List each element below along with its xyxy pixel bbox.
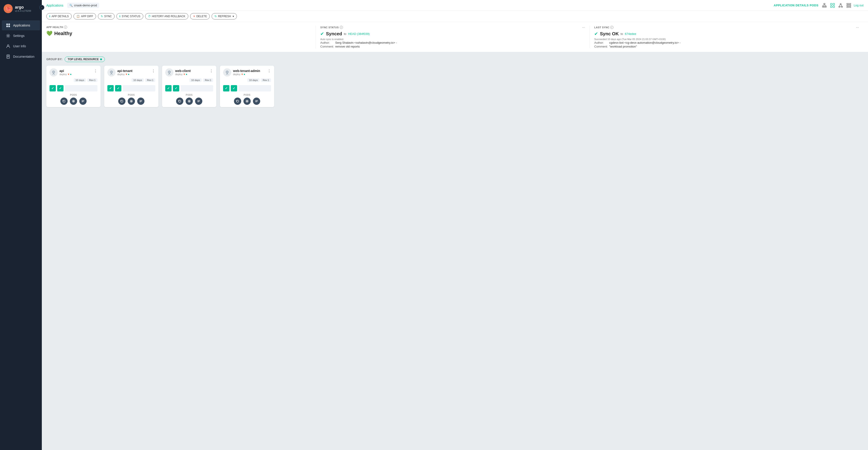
app-diff-button[interactable]: 📋 APP DIFF	[73, 13, 96, 20]
topbar-icons: Log out	[821, 2, 864, 8]
svg-point-30	[169, 72, 170, 73]
last-sync-more-button[interactable]: ···	[856, 26, 859, 29]
card-pods-label-web-tenant-admin: PODS	[223, 94, 271, 96]
last-sync-panel: LAST SYNC i ··· ✔ Sync OK to 674edee Suc…	[590, 26, 864, 48]
card-checks-web-tenant-admin: ✓ ✓	[220, 84, 274, 93]
app-details-button[interactable]: ℹ APP DETAILS	[46, 13, 72, 20]
pod-logs-button-web-tenant-admin[interactable]	[253, 97, 260, 105]
sidebar-item-user-info[interactable]: User Info	[2, 41, 40, 51]
card-header-left-web-tenant-admin: web-tenant-admin deploy ♥ ●	[223, 68, 260, 77]
svg-rect-19	[847, 5, 851, 6]
logo-version: v2.8.4+c279299	[15, 10, 31, 12]
card-tags-api-tenant: 10 days Rev:1	[104, 78, 158, 84]
view-network-icon[interactable]	[837, 2, 844, 8]
sidebar-item-documentation[interactable]: Documentation	[2, 52, 40, 62]
last-sync-description: Succeeded 10 days ago (Tue Mar 05 2024 2…	[594, 38, 859, 40]
svg-rect-28	[131, 101, 132, 102]
last-sync-commit-link[interactable]: 674edee	[625, 32, 636, 35]
pod-stop-button-api-tenant[interactable]	[128, 97, 135, 105]
pod-refresh-button-web-tenant-admin[interactable]	[234, 97, 241, 105]
logout-button[interactable]: Log out	[854, 4, 864, 7]
sync-status-icon: ℹ	[119, 15, 121, 18]
app-health-info-icon[interactable]: i	[64, 26, 67, 29]
group-by-dot-icon	[100, 58, 102, 60]
pod-stop-button-web-client[interactable]	[186, 97, 193, 105]
main-content: Applications 🔍 cnask-demo-prod APPLICATI…	[42, 0, 868, 450]
svg-rect-13	[831, 6, 832, 7]
sync-status-button[interactable]: ℹ SYNC STATUS	[116, 13, 143, 20]
view-tree-icon[interactable]	[821, 2, 828, 8]
last-sync-info-icon[interactable]: i	[610, 26, 614, 29]
settings-icon	[6, 33, 10, 38]
sync-status-row: ✔ Synced to HEAD (384f039)	[320, 31, 585, 36]
card-pods-actions-api-tenant	[107, 97, 155, 105]
svg-rect-18	[847, 3, 851, 4]
sync-head-link[interactable]: HEAD (384f039)	[348, 32, 370, 35]
svg-rect-14	[833, 6, 835, 7]
card-pods-label-web-client: PODS	[165, 94, 213, 96]
card-menu-button-web-tenant-admin[interactable]: ⋮	[268, 69, 271, 73]
logo-avatar: 🐙	[4, 4, 13, 13]
sidebar-collapse-button[interactable]: ‹	[39, 5, 44, 10]
svg-rect-6	[7, 55, 9, 58]
refresh-dropdown-icon: ▾	[232, 15, 234, 18]
svg-rect-9	[824, 6, 825, 7]
cards-grid: api deploy ♥ ● ⋮ 10 days Rev:1 ✓ ✓	[46, 66, 864, 107]
pod-logs-button-web-client[interactable]	[195, 97, 202, 105]
check-badge-2-web-tenant-admin: ✓	[231, 85, 237, 91]
refresh-button[interactable]: ↻ REFRESH ▾	[212, 13, 237, 20]
sync-author-row: Author: Serg Shalavin <sshalavin@cloudge…	[320, 41, 585, 45]
group-by-button[interactable]: TOP LEVEL RESOURCE	[65, 57, 105, 62]
health-status: 💚 Healthy	[46, 31, 311, 36]
card-heart-icon-api: ♥	[68, 73, 69, 76]
breadcrumb-applications[interactable]: Applications	[46, 4, 64, 7]
svg-point-34	[227, 72, 228, 73]
sidebar-item-label-user-info: User Info	[13, 45, 26, 48]
card-argo-icon-web-tenant-admin	[223, 68, 231, 77]
group-by-label: GROUP BY:	[46, 58, 62, 61]
sync-status-info-icon[interactable]: i	[340, 26, 343, 29]
svg-rect-32	[189, 101, 190, 102]
view-grid-icon[interactable]	[829, 2, 836, 8]
card-rev-tag-api-tenant: Rev:1	[145, 78, 155, 82]
app-details-title: APPLICATION DETAILS PODS	[774, 4, 818, 7]
pod-stop-button-api[interactable]	[70, 97, 77, 105]
card-name-web-client: web-client	[175, 69, 191, 73]
logo-name: argo	[15, 5, 31, 10]
card-type-api-tenant: deploy ♥ ●	[117, 73, 132, 76]
card-rev-tag-web-client: Rev:1	[203, 78, 213, 82]
card-menu-button-api[interactable]: ⋮	[94, 69, 97, 73]
sync-button[interactable]: ↻ SYNC	[98, 13, 115, 20]
pod-stop-button-web-tenant-admin[interactable]	[243, 97, 251, 105]
svg-point-26	[111, 72, 112, 73]
pod-refresh-button-api[interactable]	[60, 97, 68, 105]
sidebar-item-applications[interactable]: Applications	[2, 20, 40, 30]
view-list-icon[interactable]	[846, 2, 852, 8]
sync-status-more-button[interactable]: ···	[582, 26, 585, 29]
last-sync-author-row: Author: cgdevx-bot <cg-devx-automation@c…	[594, 41, 859, 45]
sync-auto-sync: Auto sync is enabled.	[320, 38, 585, 40]
pod-refresh-button-api-tenant[interactable]	[118, 97, 125, 105]
check-badge-1-api: ✓	[50, 85, 56, 91]
card-title-block-web-client: web-client deploy ♥ ●	[175, 69, 191, 76]
sidebar-item-label-applications: Applications	[13, 24, 30, 27]
svg-rect-24	[73, 101, 74, 102]
sidebar-nav: Applications Settings User Info	[0, 20, 42, 450]
sidebar-item-settings[interactable]: Settings	[2, 31, 40, 41]
card-menu-button-web-client[interactable]: ⋮	[210, 69, 213, 73]
svg-rect-7	[824, 3, 825, 4]
health-value: Healthy	[54, 31, 72, 36]
card-checks-api-tenant: ✓ ✓	[104, 84, 158, 93]
topbar-right: APPLICATION DETAILS PODS	[774, 2, 864, 8]
delete-button[interactable]: ✕ DELETE	[190, 13, 210, 20]
pod-logs-button-api-tenant[interactable]	[137, 97, 145, 105]
card-tags-web-client: 10 days Rev:1	[162, 78, 216, 84]
card-checks-web-client: ✓ ✓	[162, 84, 216, 93]
svg-point-16	[839, 6, 840, 7]
pod-logs-button-api[interactable]	[79, 97, 87, 105]
card-rev-tag-api: Rev:1	[87, 78, 97, 82]
pod-refresh-button-web-client[interactable]	[176, 97, 183, 105]
card-menu-button-api-tenant[interactable]: ⋮	[152, 69, 155, 73]
history-rollback-button[interactable]: ⏱ HISTORY AND ROLLBACK	[145, 13, 188, 20]
card-days-tag-api: 10 days	[74, 78, 86, 82]
